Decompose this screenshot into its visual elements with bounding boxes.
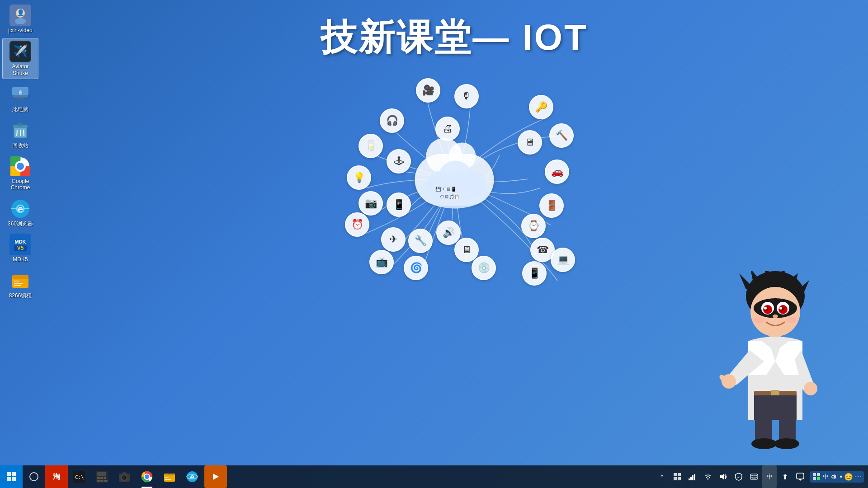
svg-point-70 [774, 438, 799, 449]
svg-rect-120 [752, 479, 756, 479]
tray-ime-chinese[interactable]: 中 [762, 465, 777, 488]
svg-marker-111 [720, 474, 724, 479]
desktop-icon-mdk5[interactable]: MDK V5 MDK5 [2, 231, 38, 265]
svg-rect-107 [689, 479, 690, 480]
svg-text:✓: ✓ [737, 475, 741, 479]
iot-node-laptop: 💻 [551, 248, 575, 272]
svg-rect-8 [17, 98, 24, 100]
tray-network-icon[interactable] [685, 465, 700, 488]
desktop-icon-360[interactable]: e 360浏览器 [2, 196, 38, 229]
svg-rect-115 [754, 475, 755, 476]
svg-rect-27 [10, 235, 30, 254]
desktop-icon-computer[interactable]: 🖥 此电脑 [2, 81, 38, 115]
taskbar-app-cmd[interactable]: C:\ [68, 465, 90, 488]
svg-point-92 [123, 477, 125, 479]
svg-rect-68 [779, 411, 796, 443]
tray-expand-icon[interactable]: ^ [655, 465, 669, 488]
iot-node-photo-camera: 📷 [359, 191, 383, 216]
desktop-icon-label-aviator: Aviator Shuke [5, 63, 36, 76]
iot-cloud-center: 💾📧🖥📱 ⏱🖥🎵📋 [415, 154, 494, 206]
taskbar-app-orange[interactable] [204, 465, 227, 488]
taskbar-app-camera[interactable] [113, 465, 136, 488]
svg-rect-123 [813, 473, 816, 476]
taskbar-app-explorer[interactable] [158, 465, 181, 488]
iot-diagram: 💾📧🖥📱 ⏱🖥🎵📋 🎥 🎙 🖨 🎧 🥛 🕹 💡 📷 📱 ⏰ ✈ 🔧 📺 [296, 71, 613, 288]
desktop-icon-jixin-video[interactable]: 👤 jixin-video [2, 2, 38, 36]
svg-rect-77 [12, 477, 16, 481]
svg-rect-76 [7, 477, 11, 481]
taskbar-app-chrome[interactable] [136, 465, 158, 488]
svg-rect-86 [97, 480, 100, 482]
iot-node-monitor: 🖥 [518, 130, 542, 155]
svg-marker-102 [213, 474, 219, 480]
desktop-icon-label-computer: 此电脑 [12, 106, 28, 113]
svg-point-1 [15, 18, 26, 24]
iot-node-tablet: 📱 [522, 261, 547, 286]
tray-shield-icon[interactable]: ✓ [731, 465, 746, 488]
svg-point-22 [17, 163, 24, 170]
svg-rect-103 [674, 473, 677, 476]
svg-rect-126 [817, 477, 820, 480]
svg-point-58 [779, 307, 782, 310]
svg-rect-125 [813, 477, 816, 480]
tray-wifi-icon[interactable] [701, 465, 715, 488]
svg-text:C:\: C:\ [75, 474, 84, 480]
svg-rect-13 [18, 123, 23, 126]
search-button[interactable] [23, 465, 45, 488]
tray-arrow-icon[interactable]: ⬆ [778, 465, 792, 488]
desktop-icon-aviator-shuke[interactable]: ✈️ Aviator Shuke [2, 38, 38, 79]
iot-node-plane: ✈ [381, 227, 406, 252]
tray-keyboard-icon[interactable] [747, 465, 761, 488]
tray-windows-icon[interactable] [670, 465, 684, 488]
svg-point-59 [773, 314, 778, 318]
svg-rect-108 [690, 477, 692, 480]
svg-rect-105 [674, 477, 677, 480]
desktop-icon-chrome[interactable]: GoogleChrome [2, 153, 38, 193]
svg-rect-32 [12, 275, 28, 279]
taskbar-tray: ^ [655, 465, 868, 488]
svg-text:MDK: MDK [14, 239, 26, 244]
svg-rect-83 [97, 477, 100, 479]
desktop-icon-recycle[interactable]: 回收站 [2, 117, 38, 151]
svg-point-39 [461, 170, 486, 196]
taskbar: 淘 C:\ [0, 465, 868, 488]
quick-settings-panel[interactable]: 中 • 😊 ⋯ [810, 471, 864, 483]
taskbar-app-taobao[interactable]: 淘 [45, 465, 68, 488]
svg-rect-67 [755, 411, 772, 443]
svg-rect-116 [755, 475, 757, 476]
quick-dot-icon: • [840, 473, 842, 481]
desktop-icon-label-360: 360浏览器 [8, 221, 33, 227]
taskbar-app-calculator[interactable] [90, 465, 113, 488]
svg-point-73 [804, 382, 817, 395]
iot-node-camera: 🎥 [416, 78, 440, 103]
desktop-icon-8266[interactable]: 8266编程 [2, 267, 38, 301]
iot-node-gamepad: 🕹 [387, 149, 411, 174]
desktop-icon-label-jixin-video: jixin-video [8, 27, 32, 33]
iot-node-lamp: 💡 [347, 165, 371, 190]
svg-point-78 [30, 473, 38, 481]
svg-rect-110 [694, 474, 695, 480]
iot-node-speaker: 🔊 [436, 221, 461, 245]
tray-notification-icon[interactable] [793, 465, 807, 488]
svg-rect-88 [104, 480, 108, 482]
svg-line-16 [24, 130, 24, 136]
svg-rect-34 [14, 283, 23, 284]
iot-node-tv: 📺 [369, 250, 394, 274]
iot-node-fan: 🌀 [404, 256, 428, 280]
svg-rect-119 [755, 477, 757, 478]
ime-label: 中 [767, 473, 773, 481]
svg-rect-75 [12, 472, 16, 476]
iot-node-phone: 📱 [387, 192, 411, 217]
iot-node-printer: 🖨 [435, 117, 460, 141]
svg-point-95 [145, 474, 149, 479]
svg-point-61 [786, 317, 797, 323]
svg-point-60 [754, 317, 765, 323]
character-figure [719, 271, 832, 461]
taskbar-app-ie[interactable]: e [181, 465, 203, 488]
svg-rect-117 [751, 477, 753, 478]
svg-text:⏱🖥🎵📋: ⏱🖥🎵📋 [440, 193, 460, 199]
tray-volume-icon[interactable] [716, 465, 731, 488]
start-button[interactable] [0, 465, 23, 488]
svg-rect-104 [678, 473, 681, 476]
svg-rect-74 [7, 472, 11, 476]
